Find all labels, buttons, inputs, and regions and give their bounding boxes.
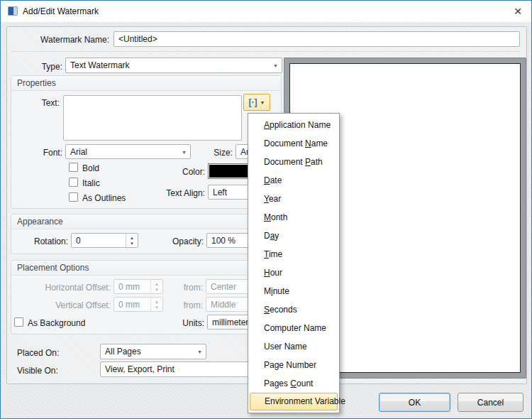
text-label: Text: <box>21 98 60 108</box>
italic-checkbox[interactable] <box>69 178 78 187</box>
menu-item-computer-name[interactable]: Computer Name <box>248 319 339 337</box>
menu-item-pages-count[interactable]: Pages Count <box>248 374 339 393</box>
horizontal-offset-value: 0 mm <box>118 282 140 292</box>
menu-item-time[interactable]: Time <box>248 245 339 263</box>
vertical-from-label: from: <box>177 300 203 310</box>
menu-item-hour[interactable]: Hour <box>248 263 339 282</box>
horizontal-offset-input[interactable]: 0 mm ▲▼ <box>113 279 163 294</box>
units-label: Units: <box>157 318 204 328</box>
properties-group-title: Properties <box>11 76 281 91</box>
menu-item-seconds[interactable]: Seconds <box>248 300 339 319</box>
opacity-value: 100 % <box>211 236 235 246</box>
font-value: Arial <box>70 147 87 157</box>
units-value: millimeters <box>212 317 253 327</box>
spin-up-icon[interactable]: ▲ <box>155 281 159 287</box>
size-label: Size: <box>206 148 233 158</box>
chevron-down-icon: ▼ <box>273 63 278 68</box>
placed-on-label: Placed On: <box>17 348 59 358</box>
type-label: Type: <box>22 62 62 72</box>
vertical-offset-spinner[interactable]: ▲▼ <box>150 298 162 311</box>
macro-icon: [·] <box>249 98 257 107</box>
cancel-button[interactable]: Cancel <box>458 393 523 412</box>
menu-item-minute[interactable]: Minute <box>248 282 339 300</box>
menu-item-document-path[interactable]: Document Path <box>248 153 339 171</box>
spin-up-icon[interactable]: ▲ <box>155 299 159 305</box>
chevron-down-icon: ▼ <box>197 349 202 354</box>
watermark-name-value: <Untitled> <box>118 34 157 44</box>
ok-button[interactable]: OK <box>379 393 450 412</box>
rotation-value: 0 <box>76 236 81 246</box>
macro-menu: Application NameDocument NameDocument Pa… <box>248 113 340 413</box>
spin-down-icon[interactable]: ▼ <box>155 305 159 310</box>
spin-down-icon[interactable]: ▼ <box>130 241 134 246</box>
color-label: Color: <box>159 167 205 177</box>
horizontal-offset-label: Horizontal Offset: <box>29 283 111 293</box>
text-align-label: Text Align: <box>150 188 205 198</box>
menu-item-year[interactable]: Year <box>248 190 339 208</box>
as-outlines-label: As Outlines <box>82 193 126 203</box>
font-dropdown[interactable]: Arial ▼ <box>65 144 191 159</box>
watermark-app-icon <box>8 6 18 16</box>
dialog-title: Add/Edit Watermark <box>23 6 99 16</box>
vertical-offset-label: Vertical Offset: <box>29 300 111 310</box>
menu-item-environment-variable[interactable]: Environment Variable <box>250 393 338 410</box>
placed-on-dropdown[interactable]: All Pages ▼ <box>100 344 206 359</box>
menu-item-document-name[interactable]: Document Name <box>248 134 339 153</box>
font-label: Font: <box>28 148 62 158</box>
watermark-name-input[interactable]: <Untitled> <box>113 31 520 47</box>
menu-item-user-name[interactable]: User Name <box>248 337 339 356</box>
close-icon[interactable]: ✕ <box>509 4 527 18</box>
visible-on-label: Visible On: <box>17 366 58 376</box>
macro-dropdown-button[interactable]: [·] ▼ <box>243 94 270 111</box>
italic-label: Italic <box>82 178 100 188</box>
vertical-offset-value: 0 mm <box>118 300 140 310</box>
divider <box>11 51 520 52</box>
spin-up-icon[interactable]: ▲ <box>130 235 134 241</box>
spin-down-icon[interactable]: ▼ <box>155 287 159 293</box>
text-align-value: Left <box>213 187 227 197</box>
chevron-down-icon: ▼ <box>182 149 187 154</box>
menu-item-day[interactable]: Day <box>248 227 339 245</box>
horizontal-from-label: from: <box>177 283 203 293</box>
bold-label: Bold <box>82 163 99 173</box>
bold-checkbox[interactable] <box>69 163 78 172</box>
menu-item-application-name[interactable]: Application Name <box>248 116 339 134</box>
opacity-label: Opacity: <box>156 236 204 246</box>
horizontal-offset-spinner[interactable]: ▲▼ <box>150 280 162 293</box>
type-dropdown[interactable]: Text Watermark ▼ <box>65 58 282 73</box>
rotation-spinner[interactable]: ▲▼ <box>126 234 138 247</box>
watermark-text-input[interactable] <box>63 95 242 141</box>
menu-item-date[interactable]: Date <box>248 171 339 190</box>
placed-on-value: All Pages <box>105 347 141 357</box>
as-background-checkbox[interactable] <box>14 317 23 327</box>
menu-item-page-number[interactable]: Page Number <box>248 356 339 374</box>
menu-item-month[interactable]: Month <box>248 208 339 227</box>
type-value: Text Watermark <box>70 60 130 70</box>
add-edit-watermark-dialog: Add/Edit Watermark ✕ Watermark Name: <Un… <box>0 0 532 419</box>
watermark-name-label: Watermark Name: <box>26 35 109 45</box>
placement-group-title: Placement Options <box>11 261 281 276</box>
rotation-input[interactable]: 0 ▲▼ <box>71 233 138 248</box>
vertical-offset-input[interactable]: 0 mm ▲▼ <box>113 297 163 312</box>
as-background-label: As Background <box>28 318 85 328</box>
appearance-group-title: Appearance <box>11 214 281 229</box>
visible-on-value: View, Export, Print <box>105 364 174 374</box>
title-bar: Add/Edit Watermark ✕ <box>1 1 531 22</box>
rotation-label: Rotation: <box>21 236 68 246</box>
vertical-from-value: Middle <box>211 300 235 310</box>
as-outlines-checkbox[interactable] <box>69 192 78 202</box>
chevron-down-icon: ▼ <box>260 100 265 105</box>
horizontal-from-value: Center <box>211 282 236 292</box>
